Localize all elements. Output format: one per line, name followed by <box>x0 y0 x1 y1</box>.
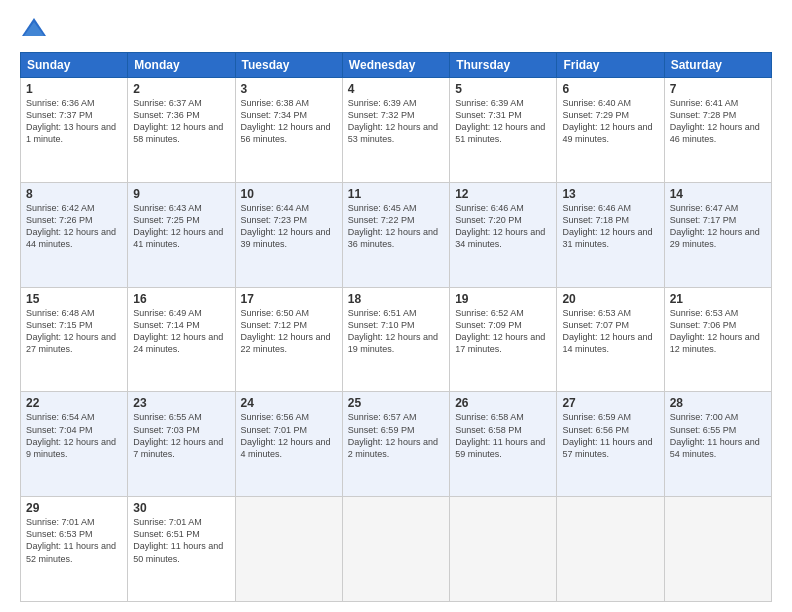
day-info: Sunrise: 6:51 AMSunset: 7:10 PMDaylight:… <box>348 307 444 356</box>
calendar-week-1: 1Sunrise: 6:36 AMSunset: 7:37 PMDaylight… <box>21 78 772 183</box>
calendar-week-5: 29Sunrise: 7:01 AMSunset: 6:53 PMDayligh… <box>21 497 772 602</box>
day-info: Sunrise: 6:48 AMSunset: 7:15 PMDaylight:… <box>26 307 122 356</box>
calendar-cell: 30Sunrise: 7:01 AMSunset: 6:51 PMDayligh… <box>128 497 235 602</box>
calendar-header-tuesday: Tuesday <box>235 53 342 78</box>
day-info: Sunrise: 6:47 AMSunset: 7:17 PMDaylight:… <box>670 202 766 251</box>
calendar-header-friday: Friday <box>557 53 664 78</box>
calendar-table: SundayMondayTuesdayWednesdayThursdayFrid… <box>20 52 772 602</box>
day-number: 30 <box>133 501 229 515</box>
page: SundayMondayTuesdayWednesdayThursdayFrid… <box>0 0 792 612</box>
day-info: Sunrise: 6:39 AMSunset: 7:31 PMDaylight:… <box>455 97 551 146</box>
calendar-header-wednesday: Wednesday <box>342 53 449 78</box>
calendar-header-row: SundayMondayTuesdayWednesdayThursdayFrid… <box>21 53 772 78</box>
day-number: 22 <box>26 396 122 410</box>
calendar-cell: 26Sunrise: 6:58 AMSunset: 6:58 PMDayligh… <box>450 392 557 497</box>
day-number: 3 <box>241 82 337 96</box>
day-info: Sunrise: 6:53 AMSunset: 7:06 PMDaylight:… <box>670 307 766 356</box>
day-number: 8 <box>26 187 122 201</box>
calendar-cell: 1Sunrise: 6:36 AMSunset: 7:37 PMDaylight… <box>21 78 128 183</box>
day-info: Sunrise: 6:36 AMSunset: 7:37 PMDaylight:… <box>26 97 122 146</box>
calendar-cell: 28Sunrise: 7:00 AMSunset: 6:55 PMDayligh… <box>664 392 771 497</box>
day-number: 12 <box>455 187 551 201</box>
calendar-header-sunday: Sunday <box>21 53 128 78</box>
day-number: 18 <box>348 292 444 306</box>
logo-icon <box>20 16 48 44</box>
day-info: Sunrise: 7:01 AMSunset: 6:53 PMDaylight:… <box>26 516 122 565</box>
calendar-header-monday: Monday <box>128 53 235 78</box>
day-info: Sunrise: 7:00 AMSunset: 6:55 PMDaylight:… <box>670 411 766 460</box>
calendar-cell: 11Sunrise: 6:45 AMSunset: 7:22 PMDayligh… <box>342 182 449 287</box>
calendar-cell: 17Sunrise: 6:50 AMSunset: 7:12 PMDayligh… <box>235 287 342 392</box>
day-number: 17 <box>241 292 337 306</box>
day-number: 7 <box>670 82 766 96</box>
day-number: 23 <box>133 396 229 410</box>
calendar-cell: 3Sunrise: 6:38 AMSunset: 7:34 PMDaylight… <box>235 78 342 183</box>
calendar-cell: 2Sunrise: 6:37 AMSunset: 7:36 PMDaylight… <box>128 78 235 183</box>
calendar-cell: 14Sunrise: 6:47 AMSunset: 7:17 PMDayligh… <box>664 182 771 287</box>
calendar-cell: 21Sunrise: 6:53 AMSunset: 7:06 PMDayligh… <box>664 287 771 392</box>
day-info: Sunrise: 6:38 AMSunset: 7:34 PMDaylight:… <box>241 97 337 146</box>
day-number: 5 <box>455 82 551 96</box>
day-info: Sunrise: 6:42 AMSunset: 7:26 PMDaylight:… <box>26 202 122 251</box>
calendar-cell: 23Sunrise: 6:55 AMSunset: 7:03 PMDayligh… <box>128 392 235 497</box>
day-info: Sunrise: 6:49 AMSunset: 7:14 PMDaylight:… <box>133 307 229 356</box>
calendar-cell: 19Sunrise: 6:52 AMSunset: 7:09 PMDayligh… <box>450 287 557 392</box>
calendar-cell: 27Sunrise: 6:59 AMSunset: 6:56 PMDayligh… <box>557 392 664 497</box>
day-number: 6 <box>562 82 658 96</box>
calendar-cell <box>450 497 557 602</box>
calendar-cell: 16Sunrise: 6:49 AMSunset: 7:14 PMDayligh… <box>128 287 235 392</box>
day-info: Sunrise: 6:53 AMSunset: 7:07 PMDaylight:… <box>562 307 658 356</box>
calendar-cell: 8Sunrise: 6:42 AMSunset: 7:26 PMDaylight… <box>21 182 128 287</box>
day-number: 24 <box>241 396 337 410</box>
day-number: 27 <box>562 396 658 410</box>
day-info: Sunrise: 6:37 AMSunset: 7:36 PMDaylight:… <box>133 97 229 146</box>
day-number: 1 <box>26 82 122 96</box>
calendar-header-thursday: Thursday <box>450 53 557 78</box>
day-number: 16 <box>133 292 229 306</box>
calendar-week-2: 8Sunrise: 6:42 AMSunset: 7:26 PMDaylight… <box>21 182 772 287</box>
day-number: 28 <box>670 396 766 410</box>
calendar-cell <box>342 497 449 602</box>
day-info: Sunrise: 6:46 AMSunset: 7:18 PMDaylight:… <box>562 202 658 251</box>
day-info: Sunrise: 6:43 AMSunset: 7:25 PMDaylight:… <box>133 202 229 251</box>
day-info: Sunrise: 7:01 AMSunset: 6:51 PMDaylight:… <box>133 516 229 565</box>
day-info: Sunrise: 6:56 AMSunset: 7:01 PMDaylight:… <box>241 411 337 460</box>
calendar-cell: 22Sunrise: 6:54 AMSunset: 7:04 PMDayligh… <box>21 392 128 497</box>
day-info: Sunrise: 6:44 AMSunset: 7:23 PMDaylight:… <box>241 202 337 251</box>
calendar-cell: 5Sunrise: 6:39 AMSunset: 7:31 PMDaylight… <box>450 78 557 183</box>
day-info: Sunrise: 6:40 AMSunset: 7:29 PMDaylight:… <box>562 97 658 146</box>
day-number: 11 <box>348 187 444 201</box>
day-info: Sunrise: 6:41 AMSunset: 7:28 PMDaylight:… <box>670 97 766 146</box>
day-number: 13 <box>562 187 658 201</box>
day-number: 4 <box>348 82 444 96</box>
day-number: 26 <box>455 396 551 410</box>
calendar-cell: 24Sunrise: 6:56 AMSunset: 7:01 PMDayligh… <box>235 392 342 497</box>
calendar-cell: 13Sunrise: 6:46 AMSunset: 7:18 PMDayligh… <box>557 182 664 287</box>
calendar-cell: 4Sunrise: 6:39 AMSunset: 7:32 PMDaylight… <box>342 78 449 183</box>
day-number: 10 <box>241 187 337 201</box>
logo <box>20 16 52 44</box>
day-info: Sunrise: 6:45 AMSunset: 7:22 PMDaylight:… <box>348 202 444 251</box>
calendar-cell: 10Sunrise: 6:44 AMSunset: 7:23 PMDayligh… <box>235 182 342 287</box>
calendar-header-saturday: Saturday <box>664 53 771 78</box>
calendar-cell: 12Sunrise: 6:46 AMSunset: 7:20 PMDayligh… <box>450 182 557 287</box>
day-number: 19 <box>455 292 551 306</box>
day-number: 9 <box>133 187 229 201</box>
day-info: Sunrise: 6:59 AMSunset: 6:56 PMDaylight:… <box>562 411 658 460</box>
day-number: 2 <box>133 82 229 96</box>
day-info: Sunrise: 6:58 AMSunset: 6:58 PMDaylight:… <box>455 411 551 460</box>
calendar-cell: 9Sunrise: 6:43 AMSunset: 7:25 PMDaylight… <box>128 182 235 287</box>
calendar-cell <box>557 497 664 602</box>
calendar-cell: 15Sunrise: 6:48 AMSunset: 7:15 PMDayligh… <box>21 287 128 392</box>
calendar-cell: 25Sunrise: 6:57 AMSunset: 6:59 PMDayligh… <box>342 392 449 497</box>
calendar-body: 1Sunrise: 6:36 AMSunset: 7:37 PMDaylight… <box>21 78 772 602</box>
calendar-cell: 29Sunrise: 7:01 AMSunset: 6:53 PMDayligh… <box>21 497 128 602</box>
calendar-cell <box>664 497 771 602</box>
day-number: 20 <box>562 292 658 306</box>
calendar-week-4: 22Sunrise: 6:54 AMSunset: 7:04 PMDayligh… <box>21 392 772 497</box>
day-number: 15 <box>26 292 122 306</box>
day-info: Sunrise: 6:52 AMSunset: 7:09 PMDaylight:… <box>455 307 551 356</box>
day-number: 14 <box>670 187 766 201</box>
day-number: 29 <box>26 501 122 515</box>
calendar-cell: 18Sunrise: 6:51 AMSunset: 7:10 PMDayligh… <box>342 287 449 392</box>
